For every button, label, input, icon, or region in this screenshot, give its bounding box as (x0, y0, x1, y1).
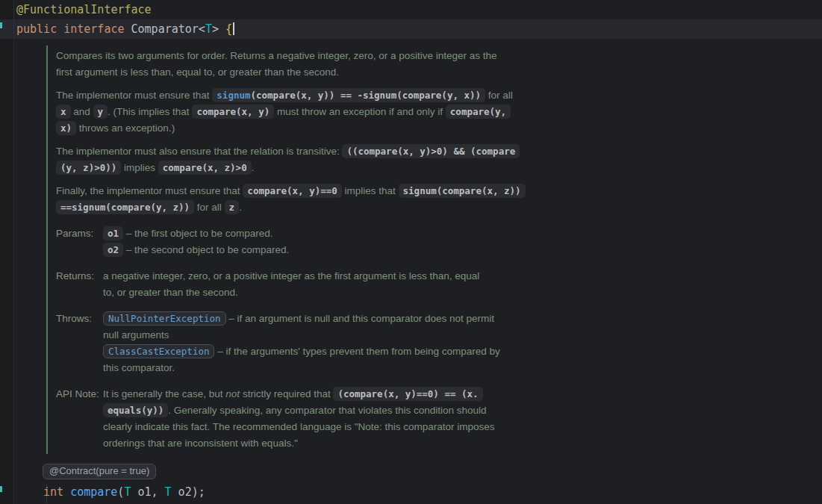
gutter-separator (13, 0, 14, 504)
doc-section-label: Params: (56, 225, 103, 258)
code-line-method[interactable]: int compare(T o1, T o2); (0, 482, 822, 502)
inline-code-chip: signum(compare(x, y)) == -signum(compare… (212, 88, 485, 102)
inline-code-chip: compare(y, (446, 105, 511, 119)
doc-text: orderings that are inconsistent with equ… (103, 438, 298, 449)
doc-text: a negative integer, zero, or a positive … (103, 270, 479, 281)
inline-code-chip: y (93, 105, 108, 119)
doc-text: It is generally the case, but (103, 388, 225, 399)
vcs-change-marker[interactable] (0, 22, 2, 28)
doc-section-content: o1 – the first object to be compared.o2 … (103, 225, 549, 258)
doc-text: . Generally speaking, any comparator tha… (168, 405, 486, 416)
doc-section-label: Throws: (56, 311, 103, 376)
doc-line: this comparator. (103, 360, 549, 376)
doc-text: to, or greater than the second. (103, 287, 238, 298)
code-line-declaration[interactable]: public interface Comparator<T> { (0, 19, 822, 39)
doc-section-content: It is generally the case, but not strict… (103, 386, 549, 452)
doc-text: – if an argument is null and this compar… (226, 313, 494, 324)
contract-annotation-chip[interactable]: @Contract(pure = true) (43, 464, 156, 479)
doc-section: Throws:NullPointerException – if an argu… (56, 311, 549, 376)
param-token: o2); (172, 485, 205, 499)
doc-line: The implementor must ensure that signum(… (56, 87, 549, 104)
doc-line: to, or greater than the second. (103, 284, 549, 301)
code-editor: @FunctionalInterface public interface Co… (0, 0, 822, 504)
doc-line: orderings that are inconsistent with equ… (103, 435, 549, 452)
doc-text: first argument is less than, equal to, o… (56, 66, 339, 78)
inline-code-chip: (y, z)>0)) (56, 161, 121, 175)
method-name-token: compare (70, 485, 117, 499)
doc-line: x) throws an exception.) (56, 120, 549, 137)
doc-paragraph: The implementor must ensure that signum(… (56, 87, 549, 137)
doc-text: for all (485, 90, 513, 101)
code-reference-link[interactable]: signum (217, 90, 250, 101)
doc-section: Params:o1 – the first object to be compa… (56, 225, 549, 258)
doc-section: API Note:It is generally the case, but n… (56, 386, 549, 452)
doc-section-content: NullPointerException – if an argument is… (103, 311, 549, 376)
doc-text: – if the arguments' types prevent them f… (214, 346, 499, 357)
doc-line: equals(y)). Generally speaking, any comp… (103, 402, 549, 419)
type-parameter-token: T (165, 485, 172, 499)
doc-line: NullPointerException – if an argument is… (103, 311, 549, 327)
interface-name-token: Comparator (131, 22, 199, 36)
doc-text: – the second object to be compared. (123, 244, 289, 255)
doc-text: and (71, 106, 93, 117)
doc-line: clearly indicate this fact. The recommen… (103, 419, 549, 435)
doc-text: The implementor must ensure that (56, 90, 212, 101)
doc-paragraph: Finally, the implementor must ensure tha… (56, 183, 549, 216)
inline-code-chip: compare(x, y)==0 (243, 184, 341, 198)
doc-line: x and y. (This implies that compare(x, y… (56, 104, 549, 120)
doc-section-label: Returns: (56, 268, 103, 301)
inline-code-chip: ==signum(compare(y, z)) (56, 200, 194, 214)
keyword-token: int (43, 485, 70, 499)
param-token: o1, (131, 485, 164, 499)
doc-text: Compares its two arguments for order. Re… (56, 50, 497, 61)
inline-code-chip: o1 (103, 226, 123, 240)
inline-code-chip: z (225, 200, 240, 214)
doc-text: – the first object to be compared. (123, 228, 273, 239)
doc-text: strictly required that (240, 388, 333, 399)
doc-text: implies that (342, 185, 399, 196)
doc-line: The implementor must also ensure that th… (56, 143, 549, 160)
doc-text: clearly indicate this fact. The recommen… (103, 421, 495, 432)
doc-line: It is generally the case, but not strict… (103, 386, 549, 402)
inline-code-chip: o2 (103, 243, 123, 257)
doc-text: . (252, 162, 255, 173)
doc-line: o1 – the first object to be compared. (103, 225, 549, 242)
doc-paragraph: The implementor must also ensure that th… (56, 143, 549, 176)
doc-text: . (239, 202, 242, 213)
keyword-token: public interface (16, 22, 131, 36)
inline-code-chip: compare(x, z)>0 (158, 161, 252, 175)
doc-line: first argument is less than, equal to, o… (56, 64, 549, 81)
vcs-change-marker[interactable] (0, 486, 2, 492)
doc-text: for all (194, 202, 225, 213)
inline-code-chip: equals(y)) (103, 403, 168, 417)
doc-line: ==signum(compare(y, z)) for all z. (56, 199, 549, 216)
doc-text: implies (121, 162, 158, 173)
exception-link-chip[interactable]: ClassCastException (103, 344, 214, 358)
open-brace-token: { (225, 22, 232, 36)
doc-line: a negative integer, zero, or a positive … (103, 268, 549, 284)
doc-line: o2 – the second object to be compared. (103, 242, 549, 258)
doc-section: Returns:a negative integer, zero, or a p… (56, 268, 549, 301)
doc-text: . (This implies that (108, 106, 192, 117)
inline-code-chip: (compare(x, y)==0) == (x. (333, 387, 482, 401)
inline-code-chip: signum(compare(x, z)) (399, 184, 526, 198)
doc-line: null arguments (103, 327, 549, 343)
inline-code-chip: ((compare(x, y)>0) && (compare (342, 144, 520, 158)
doc-line: Compares its two arguments for order. Re… (56, 48, 549, 64)
doc-paragraph: Compares its two arguments for order. Re… (56, 48, 549, 81)
inline-code-chip: x) (56, 121, 76, 135)
angle-bracket-token: < (199, 22, 205, 36)
doc-line: (y, z)>0)) implies compare(x, z)>0. (56, 160, 549, 176)
doc-text: The implementor must also ensure that th… (56, 146, 342, 157)
doc-text: null arguments (103, 329, 169, 340)
doc-line: ClassCastException – if the arguments' t… (103, 343, 549, 360)
exception-link-chip[interactable]: NullPointerException (103, 311, 226, 326)
doc-text: Finally, the implementor must ensure tha… (56, 185, 243, 196)
contract-annotation-row: @Contract(pure = true) (0, 464, 822, 480)
text-caret (233, 22, 234, 35)
doc-text: not (225, 388, 240, 399)
type-parameter-token: T (205, 22, 212, 36)
angle-bracket-token: > (212, 22, 225, 36)
inline-code-chip: compare(x, y) (192, 105, 274, 119)
code-line-annotation[interactable]: @FunctionalInterface (0, 0, 822, 19)
